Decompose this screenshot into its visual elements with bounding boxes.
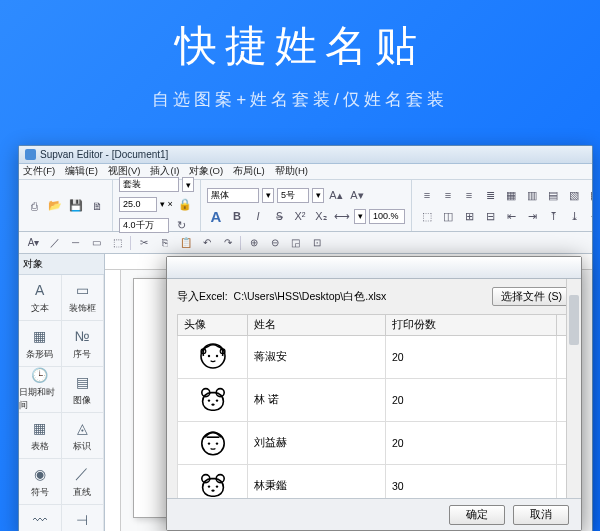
panel-item-icon: 🕒 [31, 367, 49, 383]
avatar-cell [178, 422, 248, 465]
cancel-button[interactable]: 取消 [513, 505, 569, 525]
super-icon[interactable]: X² [291, 207, 309, 225]
svg-point-11 [201, 432, 223, 454]
panel-item-icon: ⊣ [73, 511, 91, 529]
rotate-icon[interactable]: ↻ [172, 216, 190, 234]
size-select[interactable]: 5号 [277, 188, 309, 203]
undo-icon[interactable]: ↶ [198, 234, 215, 251]
svg-point-10 [211, 403, 214, 405]
width-input[interactable]: 25.0 [119, 197, 157, 212]
window-titlebar[interactable]: Supvan Editor - [Document1] [19, 146, 592, 164]
size-down-icon[interactable]: A▾ [348, 186, 366, 204]
panel-item-icon: ▤ [73, 373, 91, 391]
toolbar: ⎙ 📂 💾 🗎 套装 ▾ 25.0 ▾ × 🔒 4.0千万 ↻ [19, 180, 592, 232]
spacing-icon[interactable]: ⟷ [333, 207, 351, 225]
open-icon[interactable]: 📂 [46, 197, 64, 215]
align-center-icon[interactable]: ≡ [439, 186, 457, 204]
hero-subtitle: 自选图案+姓名套装/仅姓名套装 [0, 88, 600, 111]
file-path: C:\Users\HSS\Desktop\白色.xlsx [234, 290, 486, 304]
menu-item[interactable]: 编辑(E) [65, 165, 98, 178]
template-dropdown-icon[interactable]: ▾ [182, 177, 194, 192]
size-up-icon[interactable]: A▴ [327, 186, 345, 204]
template-select[interactable]: 套装 [119, 177, 179, 192]
column-header[interactable]: 姓名 [248, 315, 386, 336]
panel-item-icon: ▦ [31, 419, 49, 437]
panel-item-icon: ◉ [31, 465, 49, 483]
object-panel: 对象 A文本▭装饰框▦条形码№序号🕒日期和时间▤图像▦表格◬标识◉符号／直线〰曲… [19, 254, 105, 531]
panel-item-文本[interactable]: A文本 [19, 275, 62, 321]
column-header[interactable]: 打印份数 [386, 315, 557, 336]
panel-item-icon: ◬ [73, 419, 91, 437]
table-row[interactable]: 刘益赫20 [178, 422, 571, 465]
svg-point-2 [215, 355, 217, 357]
ok-button[interactable]: 确定 [449, 505, 505, 525]
panel-item-直线[interactable]: ／直线 [62, 459, 105, 505]
dialog-titlebar[interactable] [167, 257, 581, 279]
panel-item-label: 序号 [73, 348, 91, 361]
choose-file-button[interactable]: 选择文件 (S) [492, 287, 571, 306]
panel-item-日期和时间[interactable]: 🕒日期和时间 [19, 367, 62, 413]
name-cell: 林 诺 [248, 379, 386, 422]
zoom-input[interactable]: 100.% [369, 209, 405, 224]
name-cell: 刘益赫 [248, 422, 386, 465]
font-select[interactable]: 黑体 [207, 188, 259, 203]
table-row[interactable]: 林 诺20 [178, 379, 571, 422]
strike-icon[interactable]: S̶ [270, 207, 288, 225]
line-icon[interactable]: ／ [46, 234, 63, 251]
svg-point-12 [207, 442, 209, 444]
panel-item-label: 标识 [73, 440, 91, 453]
italic-icon[interactable]: I [249, 207, 267, 225]
font-big-a-icon[interactable]: A [207, 207, 225, 225]
menu-item[interactable]: 布局(L) [233, 165, 265, 178]
panel-item-icon: ▭ [73, 281, 91, 299]
copies-cell: 20 [386, 422, 557, 465]
copy-icon[interactable]: ⎘ [156, 234, 173, 251]
table-row[interactable]: 蒋淑安20 [178, 336, 571, 379]
panel-item-装饰框[interactable]: ▭装饰框 [62, 275, 105, 321]
panel-item-表格[interactable]: ▦表格 [19, 413, 62, 459]
svg-point-19 [211, 489, 214, 491]
text-color-icon[interactable]: A▾ [25, 234, 42, 251]
paste-icon[interactable]: 📋 [177, 234, 194, 251]
dialog-scrollbar[interactable] [566, 279, 581, 498]
menu-item[interactable]: 对象(O) [189, 165, 223, 178]
redo-icon[interactable]: ↷ [219, 234, 236, 251]
panel-item-序号[interactable]: №序号 [62, 321, 105, 367]
panel-item-曲线[interactable]: 〰曲线 [19, 505, 62, 531]
hero-title: 快捷姓名贴 [0, 0, 600, 74]
ruler-vertical [105, 270, 121, 531]
print-icon[interactable]: ⎙ [25, 197, 43, 215]
panel-item-标识[interactable]: ◬标识 [62, 413, 105, 459]
preview-icon[interactable]: 🗎 [88, 197, 106, 215]
cut-icon[interactable]: ✂ [135, 234, 152, 251]
panel-item-label: 直线 [73, 486, 91, 499]
name-tag-dialog: 导入Excel: C:\Users\HSS\Desktop\白色.xlsx 选择… [166, 256, 582, 531]
svg-point-18 [215, 485, 217, 487]
panel-item-图像[interactable]: ▤图像 [62, 367, 105, 413]
height-input[interactable]: 4.0千万 [119, 218, 169, 233]
panel-item-label: 图像 [73, 394, 91, 407]
panel-item-icon: ▦ [31, 327, 49, 345]
menu-item[interactable]: 文件(F) [23, 165, 55, 178]
panel-item-icon: № [73, 327, 91, 345]
svg-point-13 [215, 442, 217, 444]
panel-item-条形码[interactable]: ▦条形码 [19, 321, 62, 367]
align-left-icon[interactable]: ≡ [418, 186, 436, 204]
column-header[interactable]: 头像 [178, 315, 248, 336]
panel-item-符号[interactable]: ◉符号 [19, 459, 62, 505]
align-right-icon[interactable]: ≡ [460, 186, 478, 204]
lock-icon[interactable]: 🔒 [176, 195, 194, 213]
copies-cell: 20 [386, 336, 557, 379]
copies-cell: 20 [386, 379, 557, 422]
panel-item-端子标[interactable]: ⊣端子标 [62, 505, 105, 531]
save-icon[interactable]: 💾 [67, 197, 85, 215]
menu-item[interactable]: 帮助(H) [275, 165, 308, 178]
panel-item-icon: 〰 [31, 511, 49, 529]
bold-icon[interactable]: B [228, 207, 246, 225]
svg-point-9 [215, 399, 217, 401]
avatar-cell [178, 336, 248, 379]
menubar: 文件(F)编辑(E)视图(V)插入(I)对象(O)布局(L)帮助(H) [19, 164, 592, 180]
data-table: 头像姓名打印份数 蒋淑安20林 诺20刘益赫20林秉鑑30 [177, 314, 571, 508]
sub-icon[interactable]: X₂ [312, 207, 330, 225]
window-title: Supvan Editor - [Document1] [40, 149, 168, 160]
